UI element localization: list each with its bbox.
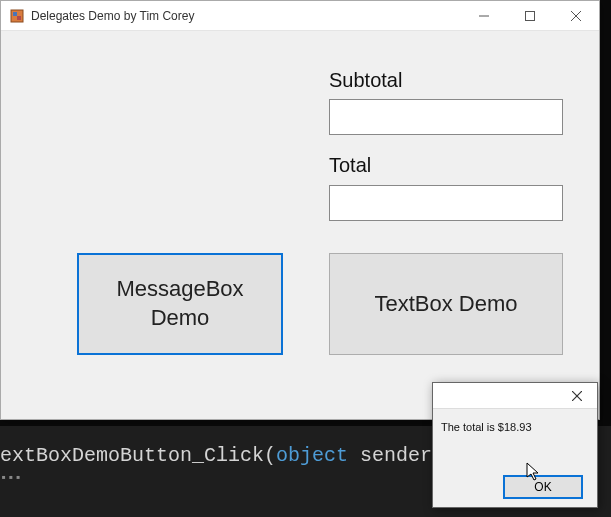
code-keyword: object <box>276 444 348 467</box>
app-window: Delegates Demo by Tim Corey Subtotal Tot… <box>0 0 600 420</box>
dialog-close-button[interactable] <box>557 383 597 408</box>
close-button[interactable] <box>553 1 599 30</box>
client-area: Subtotal Total MessageBox Demo TextBox D… <box>1 31 599 419</box>
svg-rect-4 <box>526 11 535 20</box>
app-icon <box>9 8 25 24</box>
subtotal-input[interactable] <box>329 99 563 135</box>
dialog-ok-button[interactable]: OK <box>503 475 583 499</box>
dialog-message: The total is $18.93 <box>433 409 597 437</box>
svg-rect-1 <box>13 12 17 16</box>
textbox-demo-button[interactable]: TextBox Demo <box>329 253 563 355</box>
dialog-footer: OK <box>503 475 583 499</box>
svg-rect-2 <box>17 16 21 20</box>
title-bar: Delegates Demo by Tim Corey <box>1 1 599 31</box>
subtotal-label: Subtotal <box>329 69 402 92</box>
code-fragment: extBoxDemoButton_Click( <box>0 444 276 467</box>
messagebox-dialog: The total is $18.93 OK <box>432 382 598 508</box>
total-label: Total <box>329 154 371 177</box>
messagebox-demo-button[interactable]: MessageBox Demo <box>77 253 283 355</box>
window-controls <box>461 1 599 30</box>
minimize-button[interactable] <box>461 1 507 30</box>
total-input[interactable] <box>329 185 563 221</box>
window-title: Delegates Demo by Tim Corey <box>31 9 461 23</box>
code-fragment-mid: sender <box>348 444 432 467</box>
dialog-title-bar <box>433 383 597 409</box>
maximize-button[interactable] <box>507 1 553 30</box>
